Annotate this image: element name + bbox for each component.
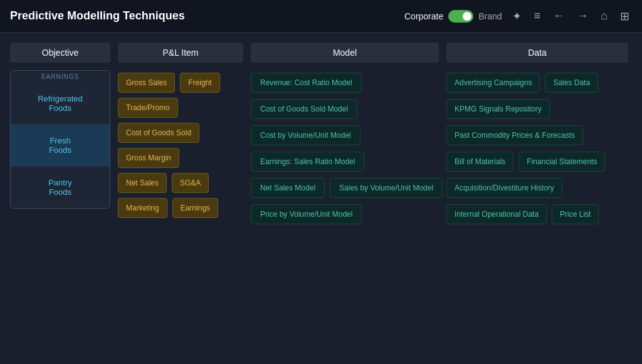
data-internal-ops[interactable]: Internal Operational Data — [446, 204, 547, 224]
pl-trade-promo[interactable]: Trade/Promo — [118, 98, 178, 118]
pl-marketing[interactable]: Marketing — [118, 198, 167, 218]
objective-item-fresh[interactable]: FreshFoods — [11, 125, 110, 167]
data-kpmg[interactable]: KPMG Signals Repository — [446, 99, 550, 119]
toggle-corporate-label: Corporate — [404, 11, 443, 21]
data-row-4: Bill of Materials Financial Statements — [446, 152, 628, 172]
pl-earnings[interactable]: Earnings — [172, 198, 218, 218]
model-row-4: Earnings: Sales Ratio Model — [251, 152, 439, 172]
data-column: Advertising Campaigns Sales Data KPMG Si… — [446, 70, 628, 359]
home-icon[interactable]: ⌂ — [598, 7, 610, 25]
model-row-1: Revenue: Cost Ratio Model — [251, 73, 439, 93]
model-column: Revenue: Cost Ratio Model Cost of Goods … — [251, 70, 439, 359]
col-model-header: Model — [251, 43, 439, 63]
earnings-label: EARNINGS — [11, 71, 110, 80]
pl-sga[interactable]: SG&A — [172, 173, 209, 193]
data-row-6: Internal Operational Data Price List — [446, 204, 628, 224]
model-row-5: Net Sales Model Sales by Volume/Unit Mod… — [251, 178, 439, 198]
main-content: Objective P&L Item Model Data EARNINGS R… — [0, 33, 642, 364]
model-cost-volume[interactable]: Cost by Volume/Unit Model — [251, 125, 360, 145]
model-cost-goods[interactable]: Cost of Goods Sold Model — [251, 99, 357, 119]
pl-cost-of-goods[interactable]: Cost of Goods Sold — [118, 123, 199, 143]
model-earnings-sales[interactable]: Earnings: Sales Ratio Model — [251, 152, 364, 172]
header-nav: Corporate Brand ✦ ≡ ← → ⌂ ⊞ — [404, 7, 632, 26]
pl-row-5: Net Sales SG&A — [118, 173, 243, 193]
pl-gross-margin[interactable]: Gross Margin — [118, 148, 179, 168]
forward-icon[interactable]: → — [574, 7, 591, 25]
data-acquisition[interactable]: Acquisition/Divestiture History — [446, 178, 562, 198]
pl-freight[interactable]: Freight — [180, 73, 219, 93]
content-area: EARNINGS RefrigeratedFoods FreshFoods Pa… — [10, 70, 632, 359]
pl-net-sales[interactable]: Net Sales — [118, 173, 167, 193]
col-data-header: Data — [446, 43, 628, 63]
menu-icon[interactable]: ≡ — [532, 7, 544, 25]
pl-row-2: Trade/Promo — [118, 98, 243, 118]
model-revenue-cost[interactable]: Revenue: Cost Ratio Model — [251, 73, 362, 93]
back-icon[interactable]: ← — [550, 7, 567, 25]
header: Predictive Modelling Techniques Corporat… — [0, 0, 642, 33]
objective-item-pantry[interactable]: PantryFoods — [11, 167, 110, 208]
col-pl-header: P&L Item — [118, 43, 243, 63]
model-row-2: Cost of Goods Sold Model — [251, 99, 439, 119]
toggle-group[interactable]: Corporate Brand — [404, 10, 502, 23]
pl-row-1: Gross Sales Freight — [118, 73, 243, 93]
col-objective-header: Objective — [10, 43, 110, 63]
pl-row-6: Marketing Earnings — [118, 198, 243, 218]
data-financial-statements[interactable]: Financial Statements — [518, 152, 605, 172]
data-row-1: Advertising Campaigns Sales Data — [446, 73, 628, 93]
data-commodity[interactable]: Past Commodity Prices & Forecasts — [446, 125, 583, 145]
data-advertising[interactable]: Advertising Campaigns — [446, 73, 540, 93]
data-row-2: KPMG Signals Repository — [446, 99, 628, 119]
pl-row-4: Gross Margin — [118, 148, 243, 168]
data-row-3: Past Commodity Prices & Forecasts — [446, 125, 628, 145]
scatter-icon[interactable]: ✦ — [510, 7, 524, 26]
corporate-brand-toggle[interactable] — [448, 10, 473, 23]
app-title: Predictive Modelling Techniques — [10, 9, 394, 23]
pl-row-3: Cost of Goods Sold — [118, 123, 243, 143]
toggle-brand-label: Brand — [478, 11, 502, 21]
grid-icon[interactable]: ⊞ — [618, 7, 632, 26]
objective-column: EARNINGS RefrigeratedFoods FreshFoods Pa… — [10, 70, 110, 359]
pl-gross-sales[interactable]: Gross Sales — [118, 73, 175, 93]
model-sales-volume[interactable]: Sales by Volume/Unit Model — [330, 178, 443, 198]
data-sales-data[interactable]: Sales Data — [545, 73, 598, 93]
model-row-3: Cost by Volume/Unit Model — [251, 125, 439, 145]
data-row-5: Acquisition/Divestiture History — [446, 178, 628, 198]
model-row-6: Price by Volume/Unit Model — [251, 204, 439, 224]
objective-list: EARNINGS RefrigeratedFoods FreshFoods Pa… — [10, 70, 110, 209]
objective-item-refrigerated[interactable]: RefrigeratedFoods — [11, 83, 110, 125]
model-net-sales[interactable]: Net Sales Model — [251, 178, 325, 198]
column-headers: Objective P&L Item Model Data — [10, 43, 632, 63]
pl-column: Gross Sales Freight Trade/Promo Cost of … — [118, 70, 243, 359]
data-price-list[interactable]: Price List — [552, 204, 599, 224]
model-price-volume[interactable]: Price by Volume/Unit Model — [251, 204, 362, 224]
data-bill-of-materials[interactable]: Bill of Materials — [446, 152, 513, 172]
